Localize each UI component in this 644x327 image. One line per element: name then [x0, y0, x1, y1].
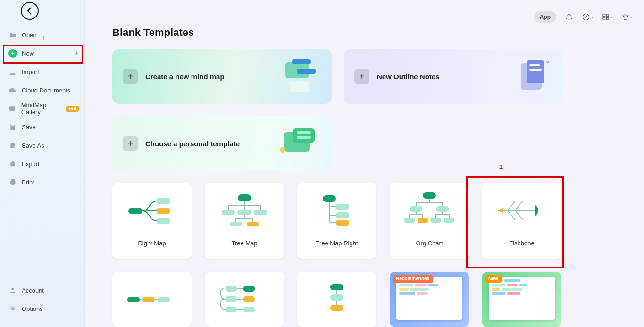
template-grid: Right Map Tree Map	[112, 183, 565, 327]
sidebar-item-label: MindMap Gallery	[21, 101, 65, 116]
template-fishbone[interactable]: Fishbone	[482, 183, 561, 259]
template-flow-map[interactable]	[205, 272, 284, 327]
template-preview	[205, 183, 284, 238]
sidebar-item-gallery[interactable]: MindMap Gallery Hot	[0, 100, 84, 117]
sidebar-item-label: New	[22, 50, 34, 57]
mindmap-illustration-icon	[276, 57, 323, 96]
sidebar: 1. Open New + Import Cloud Documents	[0, 0, 85, 327]
sidebar-item-cloud[interactable]: Cloud Documents	[0, 82, 84, 99]
card-personal-template[interactable]: + Choose a personal template	[112, 116, 332, 171]
cloud-icon	[8, 86, 17, 94]
plus-icon: +	[354, 69, 369, 84]
svg-text:?: ?	[585, 15, 587, 19]
big-cards-row: + Create a new mind map + New Outline No…	[112, 49, 644, 104]
hot-badge: Hot	[66, 106, 79, 112]
arrow-left-icon	[25, 6, 34, 16]
svg-rect-46	[158, 297, 170, 302]
card-create-mindmap[interactable]: + Create a new mind map	[112, 49, 332, 104]
svg-rect-45	[142, 297, 155, 302]
sidebar-item-new[interactable]: New +	[0, 45, 84, 62]
annotation-2: 2.	[499, 163, 504, 171]
bell-icon[interactable]	[565, 13, 573, 21]
chevron-down-icon: ▾	[611, 15, 613, 19]
template-label: Tree Map Right	[316, 238, 358, 247]
sidebar-item-saveas[interactable]: Save As	[0, 137, 84, 154]
account-icon	[8, 286, 17, 294]
template-label: Fishbone	[509, 238, 534, 247]
new-badge: New	[485, 275, 502, 283]
svg-rect-7	[603, 17, 605, 20]
template-org-chart[interactable]: Org Chart	[390, 183, 469, 259]
svg-rect-18	[293, 128, 315, 143]
svg-rect-53	[330, 284, 343, 290]
plus-icon[interactable]: +	[74, 49, 79, 59]
template-tree-map-right[interactable]: Tree Map Right	[297, 183, 376, 259]
sidebar-item-import[interactable]: Import	[0, 63, 84, 80]
outline-illustration-icon	[508, 57, 555, 96]
sidebar-item-export[interactable]: Export	[0, 155, 84, 172]
svg-rect-42	[444, 218, 454, 223]
sidebar-item-options[interactable]: Options	[0, 300, 84, 317]
svg-rect-14	[527, 60, 544, 83]
template-recommended[interactable]: Recommended	[390, 272, 469, 327]
template-right-map[interactable]: Right Map	[112, 183, 192, 259]
apps-menu[interactable]: ▾	[602, 13, 613, 21]
sidebar-item-label: Import	[22, 68, 39, 75]
card-new-outline[interactable]: + New Outline Notes	[344, 49, 563, 104]
save-icon	[8, 123, 17, 131]
svg-rect-44	[127, 297, 140, 302]
back-button[interactable]	[21, 2, 39, 20]
template-label: Right Map	[138, 238, 166, 247]
svg-rect-27	[222, 210, 235, 215]
svg-rect-32	[323, 195, 336, 202]
svg-rect-50	[243, 296, 255, 302]
sidebar-item-open[interactable]: Open	[0, 26, 84, 43]
svg-marker-43	[497, 208, 503, 213]
template-screenshot-icon	[396, 277, 462, 320]
help-menu[interactable]: ?▾	[582, 13, 593, 21]
svg-rect-30	[230, 222, 242, 226]
sidebar-item-print[interactable]: Print	[0, 174, 84, 191]
svg-rect-28	[238, 210, 251, 215]
svg-rect-40	[418, 218, 428, 223]
chevron-down-icon: ▾	[631, 15, 633, 19]
template-preview	[297, 183, 376, 238]
svg-rect-24	[157, 208, 170, 214]
topbar: App ?▾ ▾ ▾	[534, 11, 633, 23]
card-label: New Outline Notes	[377, 73, 440, 81]
shirt-menu[interactable]: ▾	[621, 13, 633, 21]
gallery-icon	[8, 104, 17, 113]
svg-rect-38	[436, 206, 449, 212]
app-pill[interactable]: App	[534, 11, 556, 23]
template-horizontal-map[interactable]	[112, 272, 192, 327]
svg-rect-36	[423, 192, 436, 199]
template-preview	[390, 183, 469, 238]
svg-rect-29	[254, 210, 267, 215]
svg-rect-12	[297, 69, 316, 74]
sidebar-item-label: Open	[22, 32, 37, 39]
export-icon	[8, 159, 17, 168]
template-preview	[205, 272, 284, 327]
svg-rect-49	[226, 296, 237, 302]
plus-circle-icon	[8, 49, 17, 58]
sidebar-item-label: Print	[22, 179, 34, 186]
svg-rect-41	[431, 218, 441, 223]
template-new[interactable]: New	[482, 272, 561, 327]
template-vertical-map[interactable]	[297, 272, 376, 327]
card-label: Choose a personal template	[145, 140, 240, 148]
svg-rect-35	[336, 220, 349, 226]
template-label: Org Chart	[416, 238, 443, 247]
svg-rect-26	[238, 194, 251, 201]
help-icon: ?	[582, 13, 590, 21]
sidebar-item-save[interactable]: Save	[0, 118, 84, 135]
sidebar-item-account[interactable]: Account	[0, 282, 84, 299]
svg-rect-16	[529, 69, 542, 71]
sidebar-item-label: Account	[22, 287, 44, 294]
main-content: App ?▾ ▾ ▾ Blank Templates + Create a ne…	[85, 0, 644, 327]
template-tree-map[interactable]: Tree Map	[205, 183, 284, 259]
sidebar-item-label: Export	[22, 160, 40, 168]
svg-rect-33	[336, 204, 349, 210]
import-icon	[8, 67, 17, 76]
svg-rect-22	[128, 208, 142, 214]
template-preview	[112, 272, 192, 327]
